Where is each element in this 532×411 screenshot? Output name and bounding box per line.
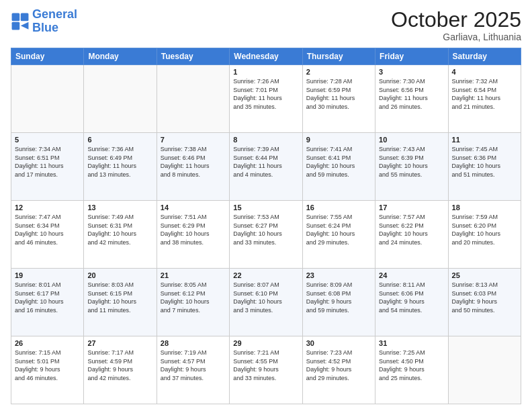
day-info: Sunrise: 7:19 AMSunset: 4:57 PMDaylight:… bbox=[161, 349, 226, 382]
day-number: 2 bbox=[306, 68, 371, 76]
table-row: 3Sunrise: 7:30 AMSunset: 6:56 PMDaylight… bbox=[375, 65, 448, 133]
day-info: Sunrise: 7:34 AMSunset: 6:51 PMDaylight:… bbox=[15, 145, 80, 179]
col-tuesday: Tuesday bbox=[157, 48, 229, 65]
calendar-week-row: 5Sunrise: 7:34 AMSunset: 6:51 PMDaylight… bbox=[11, 133, 521, 201]
svg-rect-2 bbox=[12, 22, 20, 30]
col-sunday: Sunday bbox=[11, 48, 84, 65]
header: General Blue October 2025 Garliava, Lith… bbox=[11, 8, 521, 42]
page: General Blue October 2025 Garliava, Lith… bbox=[0, 0, 532, 411]
day-number: 20 bbox=[87, 271, 152, 279]
day-info: Sunrise: 7:51 AMSunset: 6:29 PMDaylight:… bbox=[161, 213, 226, 246]
day-info: Sunrise: 8:03 AMSunset: 6:15 PMDaylight:… bbox=[87, 281, 152, 314]
day-number: 22 bbox=[233, 271, 298, 279]
day-number: 17 bbox=[379, 203, 444, 212]
svg-rect-1 bbox=[21, 13, 29, 21]
day-number: 7 bbox=[161, 136, 226, 144]
day-info: Sunrise: 7:36 AMSunset: 6:49 PMDaylight:… bbox=[87, 145, 152, 179]
table-row bbox=[448, 336, 521, 404]
table-row: 10Sunrise: 7:43 AMSunset: 6:39 PMDayligh… bbox=[375, 133, 448, 201]
day-number: 21 bbox=[161, 271, 226, 279]
day-info: Sunrise: 7:49 AMSunset: 6:31 PMDaylight:… bbox=[87, 213, 152, 246]
table-row: 13Sunrise: 7:49 AMSunset: 6:31 PMDayligh… bbox=[84, 201, 157, 269]
calendar-title: October 2025 bbox=[391, 8, 521, 32]
day-number: 9 bbox=[306, 136, 371, 144]
day-info: Sunrise: 8:07 AMSunset: 6:10 PMDaylight:… bbox=[233, 281, 298, 314]
day-info: Sunrise: 7:45 AMSunset: 6:36 PMDaylight:… bbox=[452, 145, 517, 179]
day-info: Sunrise: 7:47 AMSunset: 6:34 PMDaylight:… bbox=[15, 213, 80, 246]
svg-marker-3 bbox=[21, 22, 29, 30]
day-number: 3 bbox=[379, 68, 444, 76]
day-number: 16 bbox=[306, 203, 371, 212]
day-number: 1 bbox=[233, 68, 298, 76]
day-info: Sunrise: 8:11 AMSunset: 6:06 PMDaylight:… bbox=[379, 281, 444, 314]
day-info: Sunrise: 7:32 AMSunset: 6:54 PMDaylight:… bbox=[452, 77, 517, 111]
day-number: 14 bbox=[161, 203, 226, 212]
table-row: 16Sunrise: 7:55 AMSunset: 6:24 PMDayligh… bbox=[302, 201, 375, 269]
table-row: 4Sunrise: 7:32 AMSunset: 6:54 PMDaylight… bbox=[448, 65, 521, 133]
table-row: 7Sunrise: 7:38 AMSunset: 6:46 PMDaylight… bbox=[157, 133, 229, 201]
table-row: 24Sunrise: 8:11 AMSunset: 6:06 PMDayligh… bbox=[375, 269, 448, 336]
day-number: 15 bbox=[233, 203, 298, 212]
day-number: 18 bbox=[452, 203, 517, 212]
day-info: Sunrise: 7:15 AMSunset: 5:01 PMDaylight:… bbox=[15, 349, 80, 382]
table-row: 26Sunrise: 7:15 AMSunset: 5:01 PMDayligh… bbox=[11, 336, 84, 404]
col-monday: Monday bbox=[84, 48, 157, 65]
day-number: 29 bbox=[233, 339, 298, 347]
table-row: 25Sunrise: 8:13 AMSunset: 6:03 PMDayligh… bbox=[448, 269, 521, 336]
header-row: Sunday Monday Tuesday Wednesday Thursday… bbox=[11, 48, 521, 65]
calendar-subtitle: Garliava, Lithuania bbox=[391, 32, 521, 42]
day-number: 12 bbox=[15, 203, 80, 212]
day-number: 24 bbox=[379, 271, 444, 279]
table-row bbox=[11, 65, 84, 133]
logo-icon bbox=[11, 12, 30, 31]
day-info: Sunrise: 8:13 AMSunset: 6:03 PMDaylight:… bbox=[452, 281, 517, 314]
col-thursday: Thursday bbox=[302, 48, 375, 65]
table-row: 19Sunrise: 8:01 AMSunset: 6:17 PMDayligh… bbox=[11, 269, 84, 336]
day-info: Sunrise: 7:30 AMSunset: 6:56 PMDaylight:… bbox=[379, 77, 444, 111]
logo-text: General Blue bbox=[32, 8, 77, 35]
day-number: 4 bbox=[452, 68, 517, 76]
day-number: 30 bbox=[306, 339, 371, 347]
table-row: 9Sunrise: 7:41 AMSunset: 6:41 PMDaylight… bbox=[302, 133, 375, 201]
table-row: 11Sunrise: 7:45 AMSunset: 6:36 PMDayligh… bbox=[448, 133, 521, 201]
day-number: 5 bbox=[15, 136, 80, 144]
table-row: 20Sunrise: 8:03 AMSunset: 6:15 PMDayligh… bbox=[84, 269, 157, 336]
day-info: Sunrise: 7:53 AMSunset: 6:27 PMDaylight:… bbox=[233, 213, 298, 246]
table-row: 6Sunrise: 7:36 AMSunset: 6:49 PMDaylight… bbox=[84, 133, 157, 201]
day-number: 26 bbox=[15, 339, 80, 347]
table-row: 17Sunrise: 7:57 AMSunset: 6:22 PMDayligh… bbox=[375, 201, 448, 269]
day-info: Sunrise: 7:57 AMSunset: 6:22 PMDaylight:… bbox=[379, 213, 444, 246]
table-row bbox=[84, 65, 157, 133]
day-number: 8 bbox=[233, 136, 298, 144]
day-info: Sunrise: 7:41 AMSunset: 6:41 PMDaylight:… bbox=[306, 145, 371, 179]
calendar-week-row: 12Sunrise: 7:47 AMSunset: 6:34 PMDayligh… bbox=[11, 201, 521, 269]
day-info: Sunrise: 7:26 AMSunset: 7:01 PMDaylight:… bbox=[233, 77, 298, 111]
day-info: Sunrise: 7:17 AMSunset: 4:59 PMDaylight:… bbox=[87, 349, 152, 382]
table-row: 22Sunrise: 8:07 AMSunset: 6:10 PMDayligh… bbox=[230, 269, 302, 336]
table-row: 23Sunrise: 8:09 AMSunset: 6:08 PMDayligh… bbox=[302, 269, 375, 336]
calendar-week-row: 26Sunrise: 7:15 AMSunset: 5:01 PMDayligh… bbox=[11, 336, 521, 404]
day-info: Sunrise: 7:38 AMSunset: 6:46 PMDaylight:… bbox=[161, 145, 226, 179]
day-number: 31 bbox=[379, 339, 444, 347]
day-info: Sunrise: 7:25 AMSunset: 4:50 PMDaylight:… bbox=[379, 349, 444, 382]
table-row: 15Sunrise: 7:53 AMSunset: 6:27 PMDayligh… bbox=[230, 201, 302, 269]
table-row: 30Sunrise: 7:23 AMSunset: 4:52 PMDayligh… bbox=[302, 336, 375, 404]
table-row bbox=[157, 65, 229, 133]
day-info: Sunrise: 7:43 AMSunset: 6:39 PMDaylight:… bbox=[379, 145, 444, 179]
table-row: 29Sunrise: 7:21 AMSunset: 4:55 PMDayligh… bbox=[230, 336, 302, 404]
calendar-week-row: 19Sunrise: 8:01 AMSunset: 6:17 PMDayligh… bbox=[11, 269, 521, 336]
table-row: 5Sunrise: 7:34 AMSunset: 6:51 PMDaylight… bbox=[11, 133, 84, 201]
day-number: 23 bbox=[306, 271, 371, 279]
col-wednesday: Wednesday bbox=[230, 48, 302, 65]
day-number: 13 bbox=[87, 203, 152, 212]
day-number: 27 bbox=[87, 339, 152, 347]
day-info: Sunrise: 7:28 AMSunset: 6:59 PMDaylight:… bbox=[306, 77, 371, 111]
calendar-week-row: 1Sunrise: 7:26 AMSunset: 7:01 PMDaylight… bbox=[11, 65, 521, 133]
table-row: 18Sunrise: 7:59 AMSunset: 6:20 PMDayligh… bbox=[448, 201, 521, 269]
day-info: Sunrise: 7:23 AMSunset: 4:52 PMDaylight:… bbox=[306, 349, 371, 382]
table-row: 28Sunrise: 7:19 AMSunset: 4:57 PMDayligh… bbox=[157, 336, 229, 404]
day-number: 28 bbox=[161, 339, 226, 347]
day-info: Sunrise: 7:59 AMSunset: 6:20 PMDaylight:… bbox=[452, 213, 517, 246]
day-info: Sunrise: 7:39 AMSunset: 6:44 PMDaylight:… bbox=[233, 145, 298, 179]
calendar-table: Sunday Monday Tuesday Wednesday Thursday… bbox=[11, 48, 521, 404]
